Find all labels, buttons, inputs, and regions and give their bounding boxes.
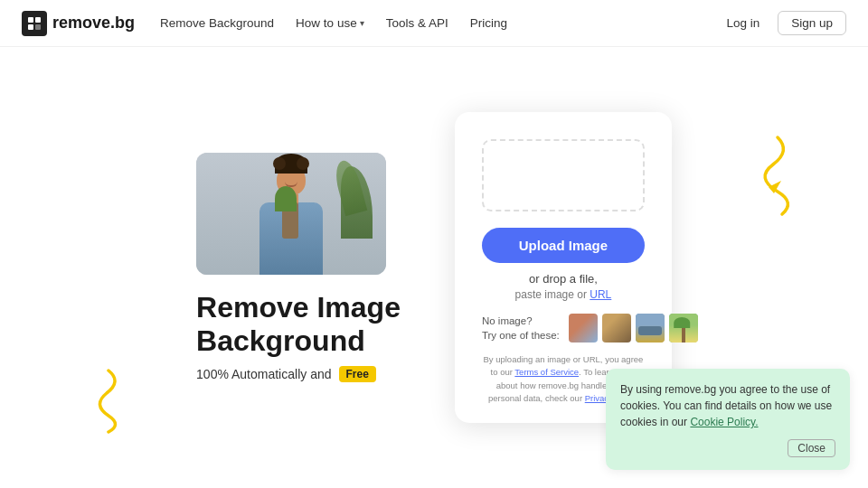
terms-link[interactable]: Terms of Service (514, 367, 579, 377)
headline: Remove Image Background (196, 291, 401, 358)
url-link[interactable]: URL (590, 288, 611, 301)
nav-auth: Log in Sign up (717, 11, 846, 35)
no-image-label: No image? Try one of these: (482, 314, 560, 343)
nav-remove-bg[interactable]: Remove Background (160, 16, 274, 30)
logo-icon (22, 11, 47, 36)
chevron-down-icon: ▾ (360, 18, 364, 28)
sample-thumb-4[interactable] (669, 314, 698, 343)
cookie-banner: By using remove.bg you agree to the use … (606, 369, 850, 470)
squiggle-top-right-icon (723, 128, 796, 219)
nav-links: Remove Background How to use ▾ Tools & A… (160, 16, 507, 30)
nav-tools-api[interactable]: Tools & API (386, 16, 448, 30)
sample-images-section: No image? Try one of these: (482, 314, 645, 343)
cookie-policy-link[interactable]: Cookie Policy. (690, 416, 758, 428)
svg-rect-1 (35, 17, 41, 23)
sample-thumb-1[interactable] (569, 314, 598, 343)
login-button[interactable]: Log in (717, 11, 769, 35)
logo-text: remove.bg (52, 14, 135, 33)
hero-section: Remove Image Background 100% Automatical… (196, 153, 401, 383)
sample-thumb-2[interactable] (602, 314, 631, 343)
paste-url-text: paste image or URL (515, 288, 612, 301)
drop-text: or drop a file, (529, 272, 598, 286)
free-badge: Free (339, 366, 376, 382)
subline: 100% Automatically and Free (196, 366, 376, 382)
nav-how-to-use[interactable]: How to use ▾ (296, 16, 364, 30)
signup-button[interactable]: Sign up (778, 11, 846, 35)
cookie-close-button[interactable]: Close (788, 439, 835, 457)
squiggle-bottom-left-icon (81, 361, 136, 434)
hero-image (196, 153, 386, 275)
svg-rect-2 (28, 24, 33, 30)
upload-image-button[interactable]: Upload Image (482, 228, 645, 263)
nav-pricing[interactable]: Pricing (470, 16, 507, 30)
svg-rect-3 (35, 24, 41, 30)
svg-rect-0 (28, 17, 33, 23)
drop-zone[interactable] (482, 139, 645, 211)
cookie-text: By using remove.bg you agree to the use … (620, 381, 835, 430)
sample-thumb-3[interactable] (636, 314, 665, 343)
sample-thumbs (569, 314, 698, 343)
navbar: remove.bg Remove Background How to use ▾… (0, 0, 868, 47)
logo[interactable]: remove.bg (22, 11, 135, 36)
